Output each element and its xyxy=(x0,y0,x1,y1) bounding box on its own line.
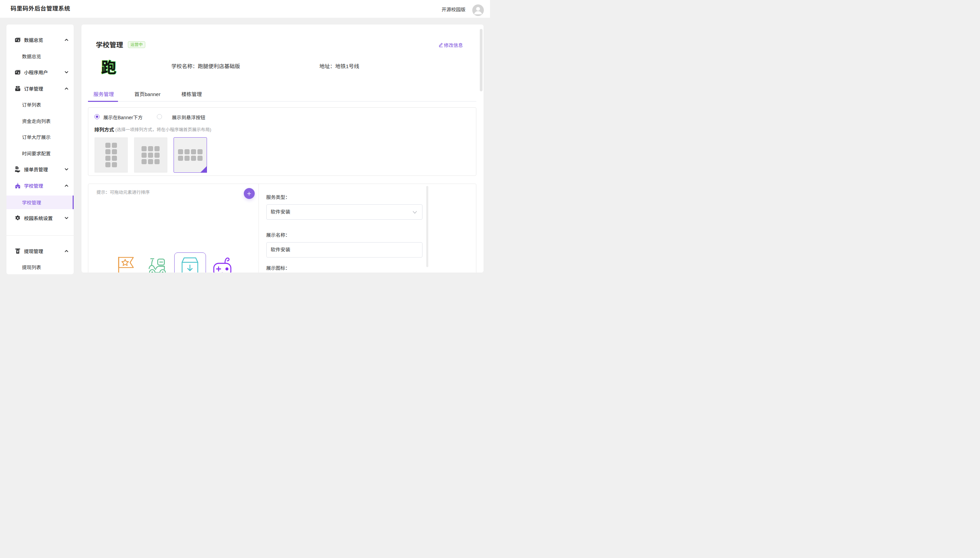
svg-text:跑: 跑 xyxy=(101,59,116,76)
